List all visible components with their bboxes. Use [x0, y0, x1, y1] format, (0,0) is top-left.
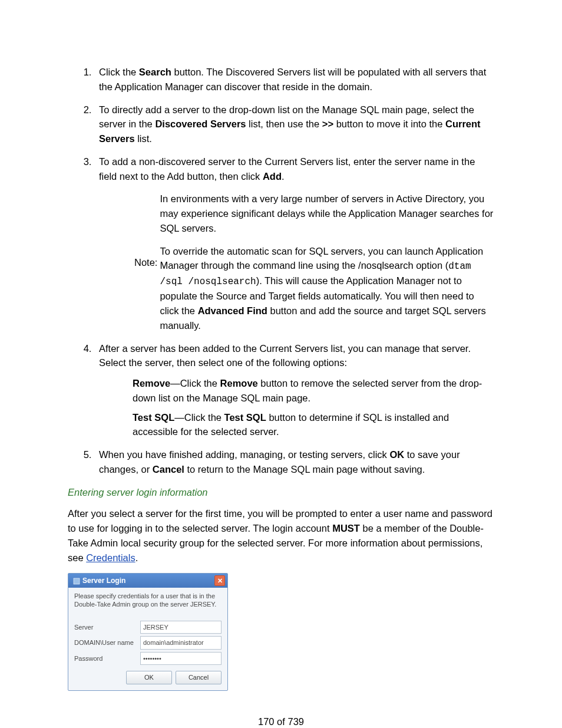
step-4: After a server has been added to the Cur…: [94, 341, 494, 440]
server-field[interactable]: JERSEY: [140, 621, 222, 634]
text: list.: [135, 133, 152, 144]
dialog-title: Server Login: [82, 575, 214, 586]
cancel-bold: Cancel: [153, 464, 184, 475]
ok-button[interactable]: OK: [126, 671, 172, 684]
discovered-servers-bold: Discovered Servers: [155, 118, 246, 129]
close-button[interactable]: ✕: [214, 575, 225, 586]
section-heading: Entering server login information: [68, 485, 494, 500]
remove-bold: Remove: [133, 378, 170, 388]
username-row: DOMAIN\User name domain\administrator: [74, 636, 222, 650]
text: —Click the: [174, 412, 224, 423]
password-field[interactable]: ••••••••: [140, 652, 222, 666]
server-row: Server JERSEY: [74, 621, 222, 634]
svg-rect-0: [74, 578, 80, 584]
step-5: When you have finished adding, managing,…: [94, 447, 494, 477]
text: When you have finished adding, managing,…: [99, 449, 389, 460]
text: To override the automatic scan for SQL s…: [160, 246, 483, 271]
ok-bold: OK: [389, 449, 404, 460]
username-field[interactable]: domain\administrator: [140, 636, 222, 650]
text: button to move it into the: [333, 118, 445, 129]
step-2: To directly add a server to the drop-dow…: [94, 103, 494, 146]
text: list, then use the: [246, 118, 322, 129]
note-block: Note: In environments with a very large …: [134, 192, 494, 332]
credentials-link[interactable]: Credentials: [86, 552, 135, 563]
search-bold: Search: [139, 67, 171, 77]
step-3: To add a non-discovered server to the Cu…: [94, 154, 494, 333]
remove-option: Remove—Click the Remove button to remove…: [133, 376, 494, 406]
text: —Click the: [170, 378, 220, 388]
password-row: Password ••••••••: [74, 652, 222, 666]
move-button-bold: >>: [322, 118, 333, 129]
text: Click the: [99, 67, 139, 77]
username-label: DOMAIN\User name: [74, 638, 140, 648]
dialog-description: Please specify credentials for a user th…: [74, 592, 222, 609]
remove-bold-2: Remove: [220, 378, 258, 388]
password-label: Password: [74, 654, 140, 664]
section-paragraph: After you select a server for the first …: [68, 506, 494, 565]
text: After a server has been added to the Cur…: [99, 343, 471, 368]
must-bold: MUST: [332, 523, 360, 533]
test-sql-bold-2: Test SQL: [224, 412, 266, 423]
note-paragraph-1: In environments with a very large number…: [160, 192, 494, 235]
server-label: Server: [74, 622, 140, 633]
test-sql-option: Test SQL—Click the Test SQL button to de…: [133, 410, 494, 440]
step-1: Click the Search button. The Discovered …: [94, 65, 494, 94]
text: to return to the Manage SQL main page wi…: [184, 464, 425, 475]
page-number: 170 of 739: [68, 714, 494, 728]
text: .: [282, 171, 285, 182]
add-bold: Add: [263, 171, 282, 182]
dialog-titlebar: Server Login ✕: [68, 574, 227, 588]
app-icon: [73, 577, 80, 584]
text: To add a non-discovered server to the Cu…: [99, 156, 475, 182]
advanced-find-bold: Advanced Find: [198, 305, 267, 316]
instruction-list: Click the Search button. The Discovered …: [68, 65, 494, 477]
server-login-dialog: Server Login ✕ Please specify credential…: [68, 573, 228, 691]
text: .: [135, 552, 138, 563]
test-sql-bold: Test SQL: [133, 412, 174, 423]
cancel-button[interactable]: Cancel: [176, 671, 222, 684]
note-label: Note:: [134, 255, 157, 270]
note-paragraph-2: To override the automatic scan for SQL s…: [160, 244, 494, 333]
